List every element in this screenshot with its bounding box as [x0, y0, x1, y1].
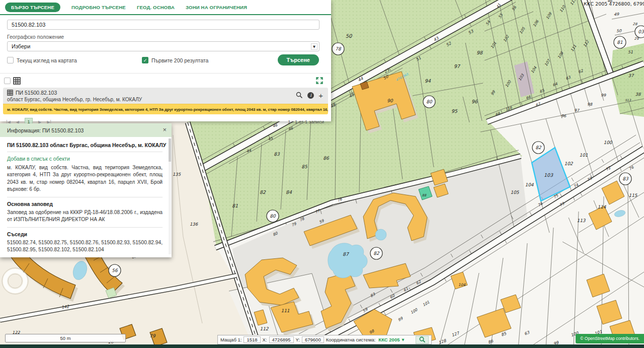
parcel-label: 115: [628, 193, 637, 198]
geo-location-label: Географско положение: [7, 34, 331, 40]
parcel-heading: ПИ 51500.82.103 област Бургас, община Не…: [7, 142, 163, 152]
parcel-label: 103: [544, 172, 553, 178]
map-reference-coordinates: ККС 2005 4726800, 679916: [584, 1, 644, 7]
scale-value[interactable]: 1518: [244, 336, 260, 343]
select-all-checkbox[interactable]: [4, 78, 11, 84]
result-subtitle: област Бургас, община Несебър, гр. Несеб…: [7, 97, 323, 102]
parcel-label: 96: [471, 99, 478, 104]
parcel-label: 105: [510, 190, 519, 195]
zoom-to-icon[interactable]: [296, 92, 303, 99]
block-number-label: 80: [426, 99, 433, 104]
parcel-label: 98: [587, 102, 593, 107]
tab-detailed-search[interactable]: ПОДРОБНО ТЪРСЕНЕ: [71, 5, 126, 10]
parcel-label: 50: [616, 29, 622, 33]
close-icon[interactable]: ×: [163, 126, 167, 133]
crs-value[interactable]: ККС 2005: [378, 337, 399, 342]
chevron-down-icon[interactable]: ▼: [311, 43, 317, 50]
add-icon[interactable]: +: [318, 92, 323, 99]
search-input[interactable]: [7, 20, 319, 30]
chevron-down-icon[interactable]: ▼: [401, 338, 404, 342]
parcel-label: 29: [634, 37, 639, 41]
block-number-label: 81: [617, 40, 623, 45]
first-200-checkbox[interactable]: ✓: [142, 57, 148, 63]
parcel-label: 98: [476, 50, 483, 55]
parcel-label: 112: [260, 326, 269, 331]
application-window: 5043525351235044494894979896959047413434…: [0, 0, 644, 348]
parcel-label: 83: [274, 152, 280, 157]
parcel-label: 102: [564, 161, 573, 166]
parcel-label: 50: [346, 33, 353, 39]
parcel-description: м. КОКАЛУ, вид собств. Частна, вид терит…: [7, 164, 163, 197]
parcel-label: 86: [323, 156, 330, 161]
parcel-label: 37: [628, 73, 634, 78]
current-map-view-checkbox[interactable]: [7, 57, 14, 63]
osm-attribution[interactable]: © OpenStreetMap contributors.: [576, 334, 644, 343]
block-number-label: 03: [638, 29, 644, 34]
grid-icon: [13, 77, 21, 85]
parcel-label: 88: [422, 193, 427, 197]
parcel-label: 81: [232, 203, 238, 208]
block-number-label: 83: [622, 176, 629, 181]
parcel-label: 97: [454, 63, 460, 69]
block-number-label: 82: [535, 145, 542, 150]
x-label: X:: [263, 337, 267, 342]
y-label: Y:: [296, 337, 300, 342]
parcel-label: 104: [458, 283, 466, 287]
coordinate-search-button[interactable]: [416, 336, 429, 344]
parcel-label: 85: [301, 164, 308, 169]
parcel-label: 84: [286, 189, 292, 195]
scale-label: Мащаб 1:: [220, 337, 242, 342]
order-text: Заповед за одобрение на КККР РД-18-46/18…: [7, 209, 163, 228]
tab-geodetic-basis[interactable]: ГЕОД. ОСНОВА: [137, 5, 175, 10]
parcel-label: 51: [628, 50, 633, 54]
current-map-view-label: Текущ изглед на картата: [17, 57, 77, 63]
scrollbar[interactable]: [169, 138, 171, 254]
parcel-label: 95: [451, 108, 458, 114]
parcel-label: 82: [260, 189, 266, 195]
tab-quick-search[interactable]: БЪРЗО ТЪРСЕНЕ: [5, 3, 60, 12]
block-number-label: 78: [335, 46, 342, 51]
x-coordinate[interactable]: 4726895: [269, 336, 294, 343]
parcel-label: 100: [603, 140, 612, 145]
search-tabs: БЪРЗО ТЪРСЕНЕ ПОДРОБНО ТЪРСЕНЕ ГЕОД. ОСН…: [0, 0, 331, 15]
y-coordinate[interactable]: 679600: [302, 336, 324, 343]
add-to-list-link[interactable]: Добави в списък с обекти: [7, 156, 163, 162]
block-number-label: 80: [270, 214, 276, 219]
grid-icon: [7, 90, 13, 96]
parcel-label: 111: [281, 308, 289, 313]
search-icon: [419, 336, 426, 343]
parcel-label: 101: [579, 153, 588, 158]
crs-label: Координатна система:: [326, 337, 376, 342]
neighbors-heading: Съседи: [7, 231, 163, 237]
result-details-row[interactable]: м. КОКАЛУ, вид собств. Частна, вид терит…: [3, 104, 328, 114]
parcel-label: 28: [633, 22, 637, 26]
parcel-label: 96: [561, 114, 567, 118]
geo-location-select[interactable]: Избери ▼: [7, 41, 319, 51]
tab-restriction-zones[interactable]: ЗОНИ НА ОГРАНИЧЕНИЯ: [186, 5, 247, 10]
geo-select-value: Избери: [8, 42, 319, 51]
bottom-strip: [0, 344, 644, 348]
block-number-label: 56: [112, 268, 118, 273]
first-200-label: Първите 200 резултата: [151, 57, 208, 63]
parcel-label: 38: [635, 92, 641, 97]
info-panel-title: Информация: ПИ 51500.82.103: [0, 127, 84, 133]
parcel-label: 99: [601, 93, 606, 98]
parcel-label: 97: [574, 108, 580, 113]
map-status-bar: Мащаб 1: 1518 X: 4726895 Y: 679600 Коорд…: [217, 335, 432, 344]
parcel-label: 90: [387, 98, 393, 103]
parcel-label: 113: [577, 218, 586, 223]
info-panel: Информация: ПИ 51500.82.103 × ПИ 51500.8…: [0, 123, 172, 257]
search-button[interactable]: Търсене: [278, 54, 319, 65]
parcel-label: 94: [425, 78, 431, 84]
result-item[interactable]: ПИ 51500.82.103 област Бургас, община Не…: [3, 88, 328, 114]
parcel-label: 513: [625, 98, 631, 102]
block-number-label: 82: [373, 251, 380, 256]
parcel-label: 104: [525, 182, 533, 187]
parcel-label: 87: [343, 251, 349, 257]
parcel-label: 114: [597, 204, 606, 210]
parcel-label: 136: [190, 222, 198, 227]
info-icon[interactable]: i: [307, 92, 314, 99]
order-heading: Основна заповед: [7, 201, 163, 207]
expand-icon[interactable]: [316, 77, 323, 84]
pagination-summary: 1 - 1 от 1 записи: [288, 119, 324, 124]
